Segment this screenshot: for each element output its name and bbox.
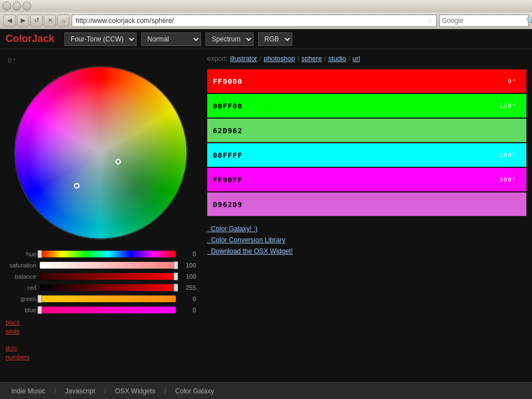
hue-label: hue (6, 251, 36, 257)
hue-track[interactable] (40, 251, 176, 257)
white-link[interactable]: white (6, 328, 196, 335)
color-row-4: FF00FF 300° (207, 168, 526, 191)
degree-label: 0 ° (8, 57, 16, 64)
blue-track[interactable] (40, 307, 176, 313)
extra-link-1[interactable]: Color Conversion Library (207, 236, 526, 244)
bookmark-star-icon[interactable]: ☆ (427, 17, 433, 25)
browser-titlebar: ✕ − □ (0, 0, 532, 12)
color-row-5: D962D9 (207, 193, 526, 216)
app-logo: ColorJack (6, 33, 54, 45)
hue-thumb[interactable] (38, 250, 42, 258)
color-swatch-4[interactable]: FF00FF 300° (207, 168, 526, 191)
blue-label: blue (6, 307, 36, 313)
red-label: red (6, 284, 36, 291)
color-hex-5: D962D9 (213, 200, 242, 209)
url-input[interactable] (76, 17, 426, 25)
balance-value: 100 (179, 273, 196, 280)
right-panel: export: illustrator / photoshop / sphere… (202, 49, 532, 382)
balance-track[interactable] (40, 273, 176, 280)
blue-value: 0 (179, 307, 196, 313)
color-hex-0: FF0000 (213, 77, 242, 86)
home-button[interactable]: ⌂ (57, 15, 69, 27)
color-swatch-3[interactable]: 00FFFF 180° (207, 143, 526, 167)
balance-thumb[interactable] (174, 273, 178, 280)
search-input[interactable] (442, 17, 526, 25)
green-thumb[interactable] (38, 295, 42, 303)
links-panel: black white dots numbers (6, 319, 196, 360)
export-illustrator[interactable]: illustrator (230, 55, 258, 63)
saturation-track[interactable] (40, 262, 176, 269)
browser-toolbar: ◀ ▶ ↺ ✕ ⌂ ☆ 🔍 (0, 12, 532, 29)
color-row-3: 00FFFF 180° (207, 143, 526, 167)
color-dot-1[interactable] (115, 159, 121, 165)
blue-thumb[interactable] (38, 306, 42, 314)
black-link[interactable]: black (6, 319, 196, 326)
saturation-value: 100 (179, 262, 196, 269)
numbers-link[interactable]: numbers (6, 354, 196, 360)
color-wheel-container[interactable] (14, 66, 188, 240)
export-photoshop[interactable]: photoshop (264, 55, 295, 63)
green-label: green (6, 295, 36, 302)
green-slider-row: green 0 (6, 295, 196, 302)
green-value: 0 (179, 295, 196, 302)
green-track[interactable] (40, 295, 176, 302)
window-controls: ✕ − □ (2, 2, 31, 11)
maximize-button[interactable]: □ (22, 2, 31, 11)
red-track[interactable] (40, 284, 176, 291)
saturation-label: saturation (6, 262, 36, 269)
app-wrapper: ColorJack Four-Tone (CCW) Analogous Comp… (0, 29, 532, 399)
color-scheme-select[interactable]: Four-Tone (CCW) Analogous Complementary … (64, 32, 137, 46)
palette-select[interactable]: Spectrum Coloroid (206, 32, 254, 46)
reload-button[interactable]: ↺ (30, 15, 43, 27)
export-url[interactable]: url (353, 55, 360, 63)
nav-buttons: ◀ ▶ ↺ ✕ ⌂ (3, 15, 69, 27)
extra-link-0[interactable]: Color Galaxy! :) (207, 225, 526, 233)
color-row-2: 62D962 (207, 119, 526, 142)
main-content: 0 ° hue (0, 49, 532, 382)
red-thumb[interactable] (174, 284, 178, 292)
export-sphere[interactable]: sphere (301, 55, 322, 63)
color-dot-2[interactable] (74, 183, 80, 189)
color-swatch-1[interactable]: 00FF00 120° (207, 94, 526, 118)
sep-2: / (297, 55, 299, 63)
sep-4: / (348, 55, 350, 63)
color-swatch-2[interactable]: 62D962 (207, 119, 526, 142)
color-swatch-0[interactable]: FF0000 0° (207, 69, 526, 93)
color-angle-0: 0° (508, 78, 521, 85)
color-wheel[interactable] (14, 66, 188, 240)
address-bar[interactable]: ☆ (72, 15, 437, 27)
dots-link[interactable]: dots (6, 345, 196, 351)
browser-chrome: ✕ − □ ◀ ▶ ↺ ✕ ⌂ ☆ 🔍 (0, 0, 532, 29)
stop-button[interactable]: ✕ (44, 15, 56, 27)
color-wheel-border (14, 66, 188, 240)
minimize-button[interactable]: − (12, 2, 21, 11)
app-toolbar: ColorJack Four-Tone (CCW) Analogous Comp… (0, 29, 532, 49)
forward-button[interactable]: ▶ (17, 15, 29, 27)
footer-sep-1: / (104, 387, 106, 395)
close-button[interactable]: ✕ (2, 2, 11, 11)
color-angle-3: 180° (500, 152, 521, 159)
model-select[interactable]: RGB HSL HSV (258, 32, 292, 46)
color-hex-3: 00FFFF (213, 151, 242, 159)
extra-links: Color Galaxy! :) Color Conversion Librar… (207, 225, 526, 255)
footer-link-3[interactable]: Color Galaxy (175, 387, 214, 395)
saturation-slider-row: saturation 100 (6, 262, 196, 269)
back-button[interactable]: ◀ (3, 15, 16, 27)
footer-link-0[interactable]: Indie Music (11, 387, 45, 395)
color-swatch-5[interactable]: D962D9 (207, 193, 526, 216)
footer-sep-2: / (164, 387, 166, 395)
footer-link-1[interactable]: Javascript (65, 387, 95, 395)
footer-sep-0: / (54, 387, 56, 395)
color-dot-3[interactable] (155, 230, 161, 236)
left-panel: 0 ° hue (0, 49, 202, 382)
red-slider-row: red 255 (6, 284, 196, 291)
footer-link-2[interactable]: OSX Widgets (115, 387, 155, 395)
blue-slider-row: blue 0 (6, 307, 196, 313)
saturation-thumb[interactable] (174, 261, 178, 269)
search-bar[interactable]: 🔍 (439, 15, 529, 27)
mode-select[interactable]: Normal Protanopia Deuteranopia (141, 32, 201, 46)
export-studio[interactable]: studio (328, 55, 346, 63)
extra-link-2[interactable]: Download the OSX Widget! (207, 247, 526, 255)
sliders-panel: hue 0 saturation 100 balance (6, 251, 196, 313)
color-row-1: 00FF00 120° (207, 94, 526, 118)
